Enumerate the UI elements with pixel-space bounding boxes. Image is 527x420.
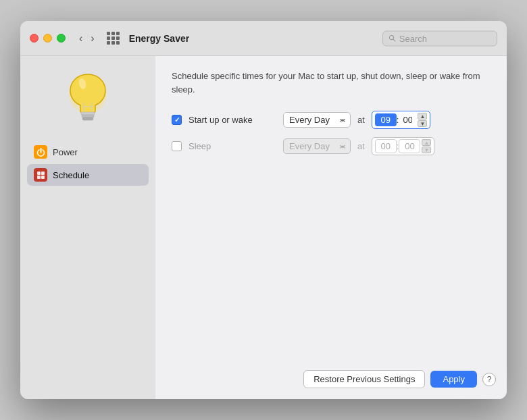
svg-rect-6 [82,117,93,120]
startup-at-label: at [357,115,365,125]
svg-point-0 [389,35,393,39]
startup-time-stepper: ▲ ▼ [418,113,427,127]
sleep-row: Sleep Every Day at : ▲ [172,137,491,155]
search-box[interactable] [382,30,497,46]
window-title: Energy Saver [129,33,190,44]
sleep-min-input[interactable] [399,139,420,153]
bulb-icon [61,67,115,128]
startup-label: Start up or wake [189,115,276,125]
svg-rect-10 [37,172,41,175]
description-text: Schedule specific times for your Mac to … [172,70,491,96]
svg-rect-4 [81,112,95,115]
startup-hour-up[interactable]: ▲ [418,113,427,120]
startup-row: Start up or wake Every Day at : [172,111,491,129]
titlebar: ‹ › Energy Saver [20,21,507,56]
svg-rect-11 [41,172,45,175]
startup-time-field[interactable]: : ▲ ▼ [372,111,431,129]
startup-frequency-select[interactable]: Every Day [283,112,351,128]
sidebar-nav: Power Schedule [27,141,149,186]
nav-buttons: ‹ › [76,32,97,45]
sidebar: Power Schedule [20,56,155,399]
startup-min-input[interactable] [399,113,416,126]
traffic-lights [30,34,66,43]
help-button[interactable]: ? [482,373,496,386]
main-window: ‹ › Energy Saver [20,21,507,399]
svg-rect-5 [82,115,94,117]
schedule-rows: Start up or wake Every Day at : [172,111,491,155]
main-content: Schedule specific times for your Mac to … [155,56,507,399]
apps-grid-icon[interactable] [107,32,120,45]
sleep-at-label: at [357,141,365,151]
chevron-down-icon-2 [339,143,346,150]
sidebar-item-schedule[interactable]: Schedule [27,164,149,186]
sidebar-item-schedule-label: Schedule [53,170,89,180]
minimize-button[interactable] [43,34,52,43]
chevron-down-icon [339,117,346,124]
sidebar-item-power-label: Power [53,147,78,157]
apply-button[interactable]: Apply [430,371,477,388]
search-input[interactable] [399,33,491,43]
sleep-checkbox[interactable] [172,141,182,151]
sleep-time-field: : ▲ ▼ [372,137,435,155]
body: Power Schedule Schedule sp [20,56,507,399]
svg-rect-12 [37,176,41,179]
sleep-hour-up[interactable]: ▲ [422,139,431,146]
schedule-icon [34,168,47,182]
startup-hour-down[interactable]: ▼ [418,120,427,127]
restore-button[interactable]: Restore Previous Settings [303,370,425,388]
startup-checkbox[interactable] [172,115,182,125]
sleep-label: Sleep [189,141,276,151]
sleep-hour-input[interactable] [375,139,397,153]
search-icon [388,34,396,43]
power-icon [34,145,47,159]
startup-hour-input[interactable] [375,113,397,126]
sleep-time-stepper: ▲ ▼ [422,139,431,153]
forward-button[interactable]: › [88,32,97,45]
svg-rect-13 [41,176,45,179]
sidebar-item-power[interactable]: Power [27,141,149,163]
close-button[interactable] [30,34,39,43]
sleep-frequency-select[interactable]: Every Day [283,138,351,154]
sleep-hour-down[interactable]: ▼ [422,147,431,153]
startup-frequency-value: Every Day [289,115,330,125]
back-button[interactable]: ‹ [76,32,85,45]
sleep-frequency-value: Every Day [289,141,330,151]
bottom-bar: Restore Previous Settings Apply ? [303,370,496,388]
fullscreen-button[interactable] [57,34,66,43]
svg-line-1 [393,39,395,41]
